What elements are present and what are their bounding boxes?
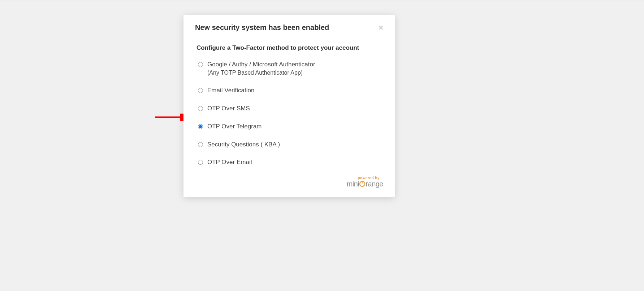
modal-header: New security system has been enabled × xyxy=(195,23,383,37)
modal-title: New security system has been enabled xyxy=(195,23,329,32)
option-otp-telegram[interactable]: OTP Over Telegram xyxy=(198,122,383,131)
two-factor-options: Google / Authy / Microsoft Authenticator… xyxy=(195,60,383,167)
option-otp-sms[interactable]: OTP Over SMS xyxy=(198,104,383,113)
close-button[interactable]: × xyxy=(379,24,383,32)
option-label: OTP Over Telegram xyxy=(207,122,262,131)
radio-totp[interactable] xyxy=(198,62,203,67)
option-label: OTP Over SMS xyxy=(207,104,250,113)
option-totp-authenticator[interactable]: Google / Authy / Microsoft Authenticator… xyxy=(198,60,383,77)
option-otp-email[interactable]: OTP Over Email xyxy=(198,158,383,167)
radio-otp-email[interactable] xyxy=(198,160,203,165)
svg-point-3 xyxy=(362,182,363,184)
option-security-questions[interactable]: Security Questions ( KBA ) xyxy=(198,140,383,149)
modal-footer: powered by minirange xyxy=(195,176,383,188)
option-label: Security Questions ( KBA ) xyxy=(207,140,280,149)
radio-email-verification[interactable] xyxy=(198,88,203,93)
svg-point-2 xyxy=(360,181,365,186)
option-label: Google / Authy / Microsoft Authenticator… xyxy=(207,60,315,77)
radio-otp-telegram[interactable] xyxy=(198,124,203,129)
radio-otp-sms[interactable] xyxy=(198,106,203,111)
powered-by-label: powered by xyxy=(195,176,380,180)
option-email-verification[interactable]: Email Verification xyxy=(198,86,383,95)
option-label: Email Verification xyxy=(207,86,254,95)
security-modal: New security system has been enabled × C… xyxy=(183,15,395,197)
miniorange-logo: minirange xyxy=(347,180,383,188)
radio-kba[interactable] xyxy=(198,142,203,147)
modal-subtitle: Configure a Two-Factor method to protect… xyxy=(195,44,383,52)
option-label: OTP Over Email xyxy=(207,158,252,167)
